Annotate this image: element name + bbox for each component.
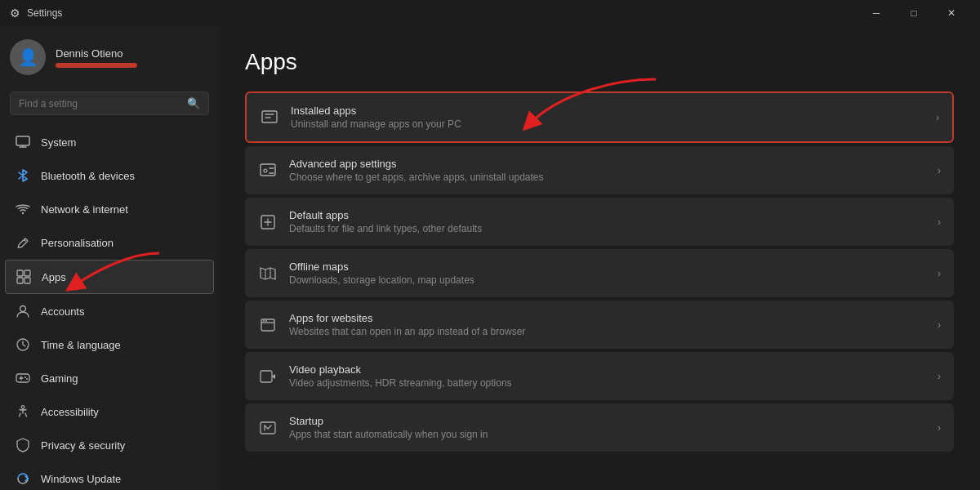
offline-maps-icon (258, 264, 278, 283)
personalisation-icon (15, 234, 31, 251)
apps-websites-title: Apps for websites (289, 312, 926, 324)
advanced-icon (258, 161, 278, 180)
default-apps-chevron: › (938, 216, 941, 228)
offline-maps-desc: Downloads, storage location, map updates (289, 274, 926, 286)
svg-point-29 (263, 320, 265, 322)
sidebar-item-system-label: System (41, 136, 76, 149)
settings-list: Installed apps Uninstall and manage apps… (245, 91, 954, 452)
search-box[interactable]: 🔍 (10, 91, 209, 115)
svg-point-15 (21, 406, 24, 409)
sidebar-item-update-label: Windows Update (41, 473, 121, 485)
default-apps-desc: Defaults for file and link types, other … (289, 223, 926, 234)
nav-list: System Bluetooth & devices Network & int… (0, 125, 219, 490)
svg-point-8 (20, 306, 26, 312)
window-controls: ─ □ ✕ (858, 0, 970, 26)
startup-title: Startup (289, 415, 926, 427)
sidebar-item-personalisation[interactable]: Personalisation (5, 226, 214, 259)
bluetooth-icon (15, 167, 31, 184)
sidebar-item-accessibility-label: Accessibility (41, 406, 99, 418)
sidebar-item-network[interactable]: Network & internet (5, 193, 214, 225)
installed-apps-title: Installed apps (291, 105, 924, 117)
svg-rect-0 (16, 136, 29, 145)
apps-websites-desc: Websites that can open in an app instead… (289, 326, 926, 337)
installed-apps-icon (260, 108, 279, 127)
settings-item-offline-maps[interactable]: Offline maps Downloads, storage location… (245, 249, 954, 297)
accessibility-icon (15, 403, 31, 420)
offline-maps-title: Offline maps (289, 261, 926, 273)
user-profile[interactable]: 👤 Dennis Otieno (0, 26, 219, 85)
settings-item-default-apps[interactable]: Default apps Defaults for file and link … (245, 198, 954, 246)
startup-chevron: › (938, 422, 941, 434)
privacy-icon (15, 437, 31, 453)
apps-websites-icon (258, 315, 278, 335)
sidebar-item-network-label: Network & internet (41, 203, 128, 216)
settings-item-apps-websites[interactable]: Apps for websites Websites that can open… (245, 301, 954, 349)
svg-rect-7 (24, 278, 30, 283)
advanced-title: Advanced app settings (289, 158, 926, 170)
svg-point-3 (22, 212, 24, 214)
settings-item-installed-apps[interactable]: Installed apps Uninstall and manage apps… (245, 91, 954, 143)
default-apps-icon (258, 212, 278, 232)
sidebar-item-apps-label: Apps (42, 271, 66, 283)
apps-icon (16, 269, 32, 285)
svg-point-20 (264, 169, 267, 172)
svg-rect-6 (17, 278, 23, 283)
sidebar-item-update[interactable]: Windows Update (5, 462, 214, 490)
sidebar-item-accessibility[interactable]: Accessibility (5, 395, 214, 428)
title-bar-title: Settings (27, 7, 62, 19)
sidebar-item-privacy-label: Privacy & security (41, 439, 125, 452)
search-container: 🔍 (0, 85, 219, 125)
gaming-icon (15, 370, 31, 386)
sidebar-item-bluetooth-label: Bluetooth & devices (41, 170, 135, 182)
sidebar-item-personalisation-label: Personalisation (41, 237, 114, 249)
svg-point-30 (265, 320, 267, 322)
search-input[interactable] (19, 98, 180, 109)
settings-item-advanced[interactable]: Advanced app settings Choose where to ge… (245, 146, 954, 194)
default-apps-title: Default apps (289, 209, 926, 221)
sidebar-item-system[interactable]: System (5, 126, 214, 158)
minimize-button[interactable]: ─ (858, 0, 895, 26)
network-icon (15, 201, 31, 217)
svg-rect-33 (261, 422, 275, 434)
sidebar-item-accounts[interactable]: Accounts (5, 295, 214, 327)
sidebar-item-apps[interactable]: Apps (5, 260, 214, 294)
time-icon (15, 336, 31, 353)
apps-websites-chevron: › (938, 319, 941, 331)
startup-icon (258, 418, 278, 438)
advanced-chevron: › (938, 165, 941, 176)
update-icon (15, 470, 31, 487)
content-area: Apps Installed apps Uninstall and manage… (219, 26, 980, 490)
installed-apps-desc: Uninstall and manage apps on your PC (291, 118, 924, 130)
settings-item-video[interactable]: Video playback Video adjustments, HDR st… (245, 352, 954, 400)
sidebar-item-accounts-label: Accounts (41, 305, 84, 318)
avatar: 👤 (10, 39, 46, 75)
sidebar-item-time-label: Time & language (41, 339, 121, 351)
close-button[interactable]: ✕ (933, 0, 970, 26)
search-icon: 🔍 (187, 97, 200, 109)
sidebar-item-bluetooth[interactable]: Bluetooth & devices (5, 159, 214, 192)
svg-rect-16 (262, 111, 277, 122)
page-title: Apps (245, 49, 954, 75)
system-icon (15, 134, 31, 150)
video-chevron: › (938, 371, 941, 382)
offline-maps-chevron: › (938, 268, 941, 279)
video-desc: Video adjustments, HDR streaming, batter… (289, 377, 926, 389)
svg-rect-4 (17, 270, 23, 276)
sidebar-item-time[interactable]: Time & language (5, 328, 214, 361)
accounts-icon (15, 303, 31, 319)
user-name: Dennis Otieno (56, 47, 137, 60)
sidebar-item-gaming-label: Gaming (41, 372, 78, 385)
advanced-desc: Choose where to get apps, archive apps, … (289, 172, 926, 183)
settings-item-startup[interactable]: Startup Apps that start automatically wh… (245, 403, 954, 452)
sidebar-item-gaming[interactable]: Gaming (5, 362, 214, 394)
startup-desc: Apps that start automatically when you s… (289, 429, 926, 440)
svg-point-13 (24, 376, 26, 378)
sidebar: 👤 Dennis Otieno 🔍 System (0, 26, 219, 490)
svg-rect-19 (261, 164, 275, 176)
user-status-bar (56, 63, 137, 68)
svg-rect-31 (261, 371, 272, 382)
installed-apps-chevron: › (936, 112, 939, 123)
sidebar-item-privacy[interactable]: Privacy & security (5, 429, 214, 461)
svg-point-14 (26, 378, 28, 380)
maximize-button[interactable]: □ (895, 0, 933, 26)
